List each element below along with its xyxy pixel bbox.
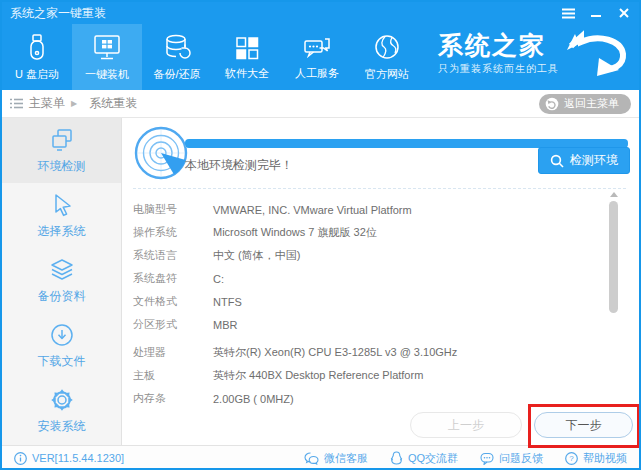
apps-grid-icon xyxy=(232,33,262,63)
nav-item-label: 一键装机 xyxy=(85,67,129,82)
nav-item-service[interactable]: 人工服务 xyxy=(282,24,352,90)
info-label: 系统语言 xyxy=(133,248,213,263)
search-icon xyxy=(550,154,564,168)
system-info-row: 操作系统Microsoft Windows 7 旗舰版 32位 xyxy=(133,221,603,244)
nav-item-one-key-install[interactable]: 一键装机 xyxy=(72,24,142,90)
screens-copy-icon xyxy=(48,126,76,154)
system-info-row: 主板英特尔 440BX Desktop Reference Platform xyxy=(133,364,603,387)
info-label: 内存条 xyxy=(133,391,213,406)
sidebar-item-label: 环境检测 xyxy=(38,158,86,175)
chevron-right-icon: ▶ xyxy=(71,99,77,108)
brand-title: 系统之家 xyxy=(438,32,559,59)
system-info-row: 分区形式MBR xyxy=(133,313,603,336)
qq-penguin-icon xyxy=(390,451,403,465)
info-label: 电脑型号 xyxy=(133,202,213,217)
system-info-row: 文件格式NTFS xyxy=(133,290,603,313)
system-info-row: 系统语言中文 (简体，中国) xyxy=(133,244,603,267)
version-label: VER[11.5.44.1230] xyxy=(32,452,124,464)
breadcrumb-current: 系统重装 xyxy=(89,95,137,112)
nav-item-backup-restore[interactable]: 备份/还原 xyxy=(142,24,212,90)
system-info-row: 内存条2.00GB ( 0MHZ) xyxy=(133,387,603,410)
info-value: 英特尔 440BX Desktop Reference Platform xyxy=(213,368,423,383)
info-label: 处理器 xyxy=(133,345,213,360)
nav-item-software[interactable]: 软件大全 xyxy=(212,24,282,90)
list-icon xyxy=(10,98,23,109)
info-value: 中文 (简体，中国) xyxy=(213,248,300,263)
layers-icon xyxy=(48,256,76,284)
sidebar-item-label: 备份资料 xyxy=(38,288,86,305)
next-step-button[interactable]: 下一步 xyxy=(534,412,633,438)
sidebar-item-env-detect[interactable]: 环境检测 xyxy=(2,118,121,183)
nav-item-website[interactable]: 官方网站 xyxy=(352,24,422,90)
monitor-windows-icon xyxy=(91,32,123,64)
gear-icon xyxy=(48,386,76,414)
system-info-list: 电脑型号VMWARE, INC. VMware Virtual Platform… xyxy=(133,198,603,410)
link-label: 微信客服 xyxy=(324,451,368,466)
info-value: NTFS xyxy=(213,296,242,308)
download-circle-icon xyxy=(48,321,76,349)
back-to-main-menu-button[interactable]: 返回主菜单 xyxy=(539,94,631,114)
database-restore-icon xyxy=(161,32,193,64)
detect-button-label: 检测环境 xyxy=(570,152,618,169)
top-nav: U 盘启动 一键装机 xyxy=(2,24,639,90)
sidebar-item-label: 选择系统 xyxy=(38,223,86,240)
detect-environment-button[interactable]: 检测环境 xyxy=(538,147,630,174)
brand-logo: 系统之家 只为重装系统而生的工具 xyxy=(438,30,633,78)
sidebar-item-label: 安装系统 xyxy=(38,418,86,435)
info-label: 操作系统 xyxy=(133,225,213,240)
info-label: 分区形式 xyxy=(133,317,213,332)
back-button-label: 返回主菜单 xyxy=(564,96,619,111)
info-value: MBR xyxy=(213,319,237,331)
sidebar-item-choose-system[interactable]: 选择系统 xyxy=(2,183,121,248)
info-value: 英特尔(R) Xeon(R) CPU E3-1285L v3 @ 3.10GHz xyxy=(213,345,457,360)
sidebar-item-backup-data[interactable]: 备份资料 xyxy=(2,248,121,313)
detection-status-message: 本地环境检测完毕！ xyxy=(185,157,293,174)
qq-group-link[interactable]: QQ交流群 xyxy=(390,451,458,466)
window-title: 系统之家一键重装 xyxy=(10,5,106,22)
cursor-icon xyxy=(48,191,76,219)
wechat-icon xyxy=(304,452,319,465)
system-info-row: 处理器英特尔(R) Xeon(R) CPU E3-1285L v3 @ 3.10… xyxy=(133,341,603,364)
wechat-support-link[interactable]: 微信客服 xyxy=(304,451,368,466)
menu-icon[interactable] xyxy=(561,6,575,20)
globe-icon xyxy=(371,32,403,64)
svg-text:?: ? xyxy=(569,454,574,463)
link-label: 帮助视频 xyxy=(583,451,627,466)
previous-step-button[interactable]: 上一步 xyxy=(410,412,522,438)
link-label: 问题反馈 xyxy=(499,451,543,466)
nav-item-label: 软件大全 xyxy=(225,66,269,81)
sidebar-item-label: 下载文件 xyxy=(38,353,86,370)
nav-item-label: 人工服务 xyxy=(295,66,339,81)
sidebar: 环境检测 选择系统 备份资料 xyxy=(2,118,122,445)
minimize-icon[interactable] xyxy=(589,6,603,20)
radar-scan-icon xyxy=(133,125,189,181)
nav-item-label: U 盘启动 xyxy=(15,67,59,82)
usb-drive-icon xyxy=(22,32,52,64)
app-window: 系统之家一键重装 U 盘启动 xyxy=(0,0,641,470)
breadcrumb-root[interactable]: 主菜单 xyxy=(29,95,65,112)
sidebar-item-download-files[interactable]: 下载文件 xyxy=(2,313,121,378)
info-label: 主板 xyxy=(133,368,213,383)
info-value: 2.00GB ( 0MHZ) xyxy=(213,393,294,405)
link-label: QQ交流群 xyxy=(408,451,458,466)
dashed-divider xyxy=(133,188,626,189)
status-bar: VER[11.5.44.1230] 微信客服 QQ交流群 问题反馈 xyxy=(2,445,639,470)
chat-service-icon xyxy=(301,33,333,63)
info-label: 文件格式 xyxy=(133,294,213,309)
main-panel: 本地环境检测完毕！ 检测环境 电脑型号VMWARE, INC. VMware V… xyxy=(122,118,639,445)
info-label: 系统盘符 xyxy=(133,271,213,286)
title-bar: 系统之家一键重装 xyxy=(2,2,639,24)
info-value: VMWARE, INC. VMware Virtual Platform xyxy=(213,204,412,216)
system-info-row: 系统盘符C: xyxy=(133,267,603,290)
undo-arrow-icon xyxy=(545,97,559,111)
scroll-up-icon[interactable] xyxy=(610,192,618,197)
close-icon[interactable] xyxy=(617,6,631,20)
feedback-link[interactable]: 问题反馈 xyxy=(480,451,543,466)
system-info-row: 电脑型号VMWARE, INC. VMware Virtual Platform xyxy=(133,198,603,221)
nav-item-usb-boot[interactable]: U 盘启动 xyxy=(2,24,72,90)
sidebar-item-install-system[interactable]: 安装系统 xyxy=(2,378,121,443)
feedback-bubble-icon xyxy=(480,452,494,465)
nav-item-label: 官方网站 xyxy=(365,67,409,82)
breadcrumb: 主菜单 ▶ 系统重装 返回主菜单 xyxy=(2,90,639,118)
scrollbar-thumb[interactable] xyxy=(609,201,618,313)
